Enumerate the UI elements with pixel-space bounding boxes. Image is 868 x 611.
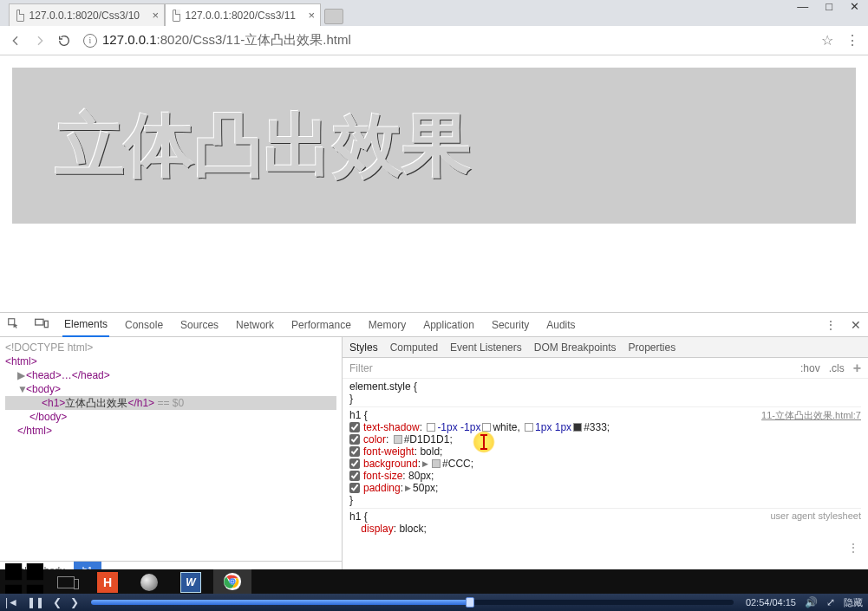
taskbar-app-orb[interactable]	[130, 569, 168, 595]
color-swatch-icon[interactable]	[482, 423, 491, 432]
rule-toggle[interactable]	[349, 422, 360, 432]
selected-dom-node[interactable]: <h1>立体凸出效果</h1> == $0	[5, 396, 336, 410]
address-bar: i 127.0.0.1:8020/Css3/11-立体凸出效果.html ☆ ⋮	[0, 26, 868, 55]
device-toolbar-icon[interactable]	[35, 317, 49, 332]
tab-application[interactable]: Application	[421, 314, 476, 336]
close-icon[interactable]: ×	[308, 9, 315, 22]
styles-filter-row: Filter :hov .cls +	[343, 358, 868, 379]
tab-sources[interactable]: Sources	[179, 314, 220, 336]
svg-rect-4	[27, 563, 43, 580]
color-swatch-icon[interactable]	[525, 423, 533, 432]
svg-point-10	[231, 580, 234, 583]
subtab-styles[interactable]: Styles	[349, 341, 378, 354]
subtab-eventlisteners[interactable]: Event Listeners	[450, 341, 522, 354]
chrome-menu-icon[interactable]: ⋮	[845, 32, 859, 49]
rule-toggle[interactable]	[349, 483, 360, 493]
svg-rect-3	[5, 563, 22, 580]
color-swatch-icon[interactable]	[573, 423, 582, 432]
minimize-icon[interactable]: —	[797, 0, 808, 17]
subtab-properties[interactable]: Properties	[628, 341, 675, 354]
file-icon	[16, 10, 24, 22]
seek-slider[interactable]	[91, 600, 734, 605]
devtools-menu-icon[interactable]: ⋮	[826, 319, 837, 331]
tab-network[interactable]: Network	[234, 314, 276, 336]
rule-toggle[interactable]	[349, 446, 360, 457]
tab-security[interactable]: Security	[490, 314, 531, 336]
seek-thumb[interactable]	[466, 597, 474, 608]
color-swatch-icon[interactable]	[432, 459, 441, 468]
cls-toggle[interactable]: .cls	[829, 362, 845, 374]
omnibox[interactable]: i 127.0.0.1:8020/Css3/11-立体凸出效果.html	[80, 30, 813, 50]
tab-title: 127.0.0.1:8020/Css3/11	[186, 10, 296, 22]
back-button[interactable]	[9, 34, 23, 48]
source-link[interactable]: 11-立体凸出效果.html:7	[761, 409, 861, 422]
tab-elements[interactable]: Elements	[62, 313, 109, 337]
close-icon[interactable]: ×	[152, 9, 159, 22]
browser-tab-strip: 127.0.0.1:8020/Css3/10 × 127.0.0.1:8020/…	[0, 0, 868, 26]
pause-button[interactable]: ❚❚	[27, 596, 44, 608]
new-style-rule-button[interactable]: +	[853, 361, 861, 376]
devtools-close-icon[interactable]: ✕	[851, 318, 861, 332]
maximize-icon[interactable]: □	[826, 0, 832, 17]
devtools-panel: Elements Console Sources Network Perform…	[0, 312, 868, 578]
color-swatch-icon[interactable]	[427, 423, 435, 432]
element-style-selector: element.style {	[349, 380, 417, 393]
dom-tree-panel: <!DOCTYPE html> <html> ▶<head>…</head> ▼…	[0, 337, 343, 578]
h1-selector: h1 {	[349, 409, 368, 421]
step-back-button[interactable]: ❮	[53, 596, 62, 608]
more-actions-icon[interactable]: ⋮	[848, 542, 859, 554]
page-viewport: 立体凸出效果	[0, 55, 868, 315]
hov-toggle[interactable]: :hov	[800, 362, 820, 374]
devtools-tabbar: Elements Console Sources Network Perform…	[0, 313, 868, 337]
windows-taskbar: H W	[0, 569, 868, 595]
close-icon[interactable]: ✕	[850, 0, 859, 17]
styles-subtabs: Styles Computed Event Listeners DOM Brea…	[343, 337, 868, 358]
tab-title: 127.0.0.1:8020/Css3/10	[29, 10, 140, 22]
task-view-button[interactable]	[47, 569, 85, 595]
svg-rect-2	[44, 321, 48, 327]
dom-tree[interactable]: <!DOCTYPE html> <html> ▶<head>…</head> ▼…	[0, 337, 342, 561]
tab-audits[interactable]: Audits	[545, 314, 577, 336]
color-swatch-icon[interactable]	[394, 435, 402, 444]
filter-input[interactable]: Filter	[349, 362, 373, 374]
browser-tab-1[interactable]: 127.0.0.1:8020/Css3/10 ×	[9, 3, 165, 26]
prev-track-button[interactable]: |◄	[5, 596, 18, 608]
tab-performance[interactable]: Performance	[290, 314, 353, 336]
taskbar-app-chrome[interactable]	[213, 569, 251, 595]
url-text: 127.0.0.1:8020/Css3/11-立体凸出效果.html	[102, 32, 351, 49]
ua-stylesheet-label: user agent stylesheet	[770, 510, 861, 521]
rule-toggle[interactable]	[349, 434, 360, 445]
bookmark-star-icon[interactable]: ☆	[821, 32, 833, 49]
forward-button[interactable]	[33, 34, 47, 48]
svg-rect-1	[36, 319, 43, 325]
volume-icon[interactable]: 🔊	[805, 596, 818, 608]
taskbar-app-hbuilder[interactable]: H	[88, 569, 127, 595]
styles-panel: Styles Computed Event Listeners DOM Brea…	[343, 337, 868, 578]
new-tab-button[interactable]	[324, 9, 343, 24]
expand-icon[interactable]: ⤢	[826, 596, 835, 608]
site-info-icon[interactable]: i	[83, 34, 97, 48]
taskbar-app-word[interactable]: W	[172, 569, 210, 595]
reload-button[interactable]	[57, 34, 71, 48]
media-player-bar: |◄ ❚❚ ❮ ❯ 02:54/04:15 🔊 ⤢ 隐藏	[0, 594, 868, 611]
rule-toggle[interactable]	[349, 471, 360, 481]
hide-button[interactable]: 隐藏	[844, 596, 863, 609]
tab-memory[interactable]: Memory	[367, 314, 408, 336]
rule-toggle[interactable]	[349, 458, 360, 469]
subtab-dombreakpoints[interactable]: DOM Breakpoints	[534, 341, 617, 354]
start-button[interactable]	[5, 569, 43, 595]
inspect-element-icon[interactable]	[7, 317, 21, 332]
file-icon	[173, 10, 180, 22]
tab-console[interactable]: Console	[123, 314, 165, 336]
subtab-computed[interactable]: Computed	[390, 341, 438, 354]
window-controls: — □ ✕	[797, 0, 868, 17]
style-rules[interactable]: element.style { } 11-立体凸出效果.html:7 h1 { …	[343, 379, 868, 578]
time-display: 02:54/04:15	[746, 597, 796, 608]
browser-tab-2[interactable]: 127.0.0.1:8020/Css3/11 ×	[165, 3, 321, 26]
step-fwd-button[interactable]: ❯	[70, 596, 79, 608]
page-h1: 立体凸出效果	[12, 68, 856, 224]
